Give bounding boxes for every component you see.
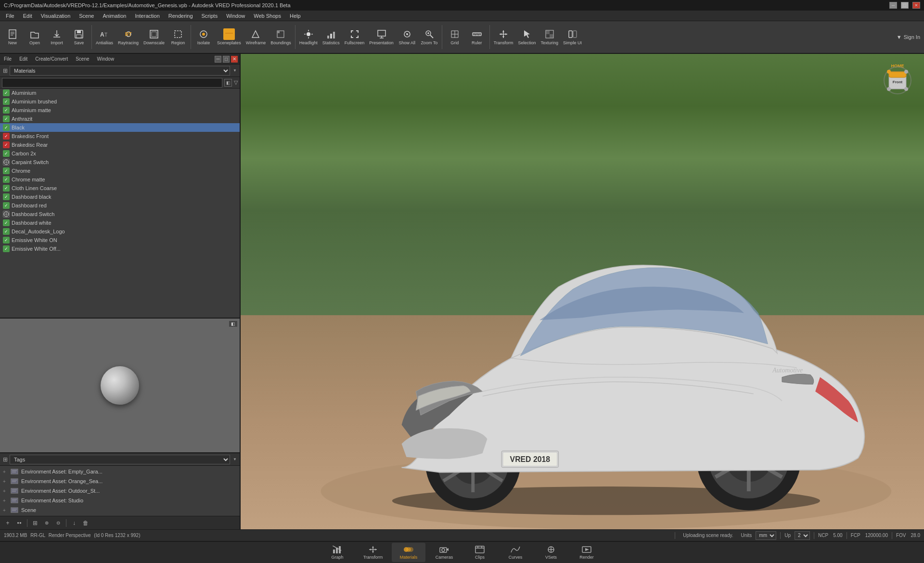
new-button[interactable]: New <box>2 27 23 47</box>
sceneplates-button[interactable]: Sceneplates <box>215 27 243 47</box>
ruler-button[interactable]: Ruler <box>466 27 488 47</box>
material-item[interactable]: ✓Cloth Linen Coarse <box>0 184 240 192</box>
menu-rendering[interactable]: Rendering <box>165 12 197 20</box>
tab-materials[interactable]: Materials <box>392 543 425 562</box>
material-item[interactable]: ✓Chrome <box>0 166 240 175</box>
filter-icon[interactable]: ▽ <box>234 79 238 86</box>
close-button[interactable]: ✕ <box>912 2 920 9</box>
search-input[interactable] <box>2 78 222 88</box>
panel-create-convert[interactable]: Create/Convert <box>33 56 70 62</box>
fullscreen-button[interactable]: Fullscreen <box>343 27 367 47</box>
tab-graph[interactable]: Graph <box>321 543 354 562</box>
tag-expand-icon[interactable]: + <box>3 508 8 513</box>
tag-expand-icon[interactable]: + <box>3 479 8 484</box>
preview-icon[interactable]: ◧ <box>224 79 232 87</box>
material-item[interactable]: ✓Dashboard black <box>0 192 240 201</box>
panel-minimize-btn[interactable]: ─ <box>215 56 221 63</box>
zoomto-button[interactable]: Zoom To <box>419 27 440 47</box>
tags-dropdown-arrow[interactable]: ▼ <box>233 457 237 461</box>
material-item[interactable]: ✓Decal_Autodesk_Logo <box>0 227 240 236</box>
material-item[interactable]: ✓Emissive White ON <box>0 236 240 244</box>
material-item[interactable]: Dashboard Switch <box>0 210 240 218</box>
material-item[interactable]: Carpaint Switch <box>0 158 240 166</box>
raytracing-button[interactable]: RT Raytracing <box>116 27 141 47</box>
tag-item[interactable]: +Environment Asset: Studio <box>0 496 240 505</box>
panel-edit-menu[interactable]: Edit <box>17 56 29 62</box>
tag-item[interactable]: +Environment Asset: Outdoor_St... <box>0 486 240 496</box>
select-button[interactable]: ⊖ <box>53 518 63 528</box>
tag-item[interactable]: +Scene <box>0 505 240 515</box>
preview-ctrl-btn[interactable]: ◧ <box>229 320 238 327</box>
material-item[interactable]: ✓Anthrazit <box>0 115 240 123</box>
material-item[interactable]: ✓Chrome matte <box>0 175 240 184</box>
tab-cameras[interactable]: Cameras <box>427 543 461 562</box>
boundings-button[interactable]: Boundings <box>269 27 293 47</box>
wireframe-button[interactable]: Wireframe <box>244 27 268 47</box>
tab-render[interactable]: Render <box>570 543 603 562</box>
menu-webshops[interactable]: Web Shops <box>250 12 285 20</box>
grid-button[interactable]: Grid <box>444 27 465 47</box>
panel-scene-menu[interactable]: Scene <box>74 56 91 62</box>
menu-window[interactable]: Window <box>222 12 249 20</box>
layout-toggle-button[interactable]: ⊞ <box>30 518 40 528</box>
statistics-button[interactable]: Statistics <box>321 27 342 47</box>
showall-button[interactable]: Show All <box>397 27 418 47</box>
export-button[interactable]: ↓ <box>69 518 79 528</box>
material-item[interactable]: ✓Aluminium <box>0 89 240 97</box>
up-select[interactable]: 2 <box>795 531 810 540</box>
material-item[interactable]: ✓Carbon 2x <box>0 149 240 158</box>
import-button[interactable]: Import <box>46 27 67 47</box>
panel-close-btn[interactable]: ✕ <box>231 56 238 63</box>
material-item[interactable]: ✓Dashboard red <box>0 201 240 210</box>
transform-button[interactable]: Transform <box>492 27 515 47</box>
antialias-button[interactable]: AT Antialiias <box>94 27 115 47</box>
isolate-button[interactable]: Isolate <box>193 27 214 47</box>
tag-expand-icon[interactable]: + <box>3 469 8 474</box>
materials-dropdown[interactable]: Materials <box>10 66 230 76</box>
menu-visualization[interactable]: Visualization <box>37 12 75 20</box>
tab-clips[interactable]: Clips <box>463 543 497 562</box>
sign-in-button[interactable]: ▼ Sign In <box>897 34 920 40</box>
material-dots-button[interactable]: ●● <box>14 518 24 528</box>
delete-button[interactable]: 🗑 <box>81 518 90 528</box>
tab-curves[interactable]: Curves <box>499 543 532 562</box>
material-item[interactable]: ✓Emissive White Off... <box>0 244 240 253</box>
maximize-button[interactable]: □ <box>901 2 909 9</box>
title-bar-controls[interactable]: ─ □ ✕ <box>889 2 920 9</box>
panel-window-menu[interactable]: Window <box>95 56 116 62</box>
viewport[interactable]: VRED 2018 Automotive HOME <box>241 54 924 529</box>
save-button[interactable]: Save <box>68 27 90 47</box>
tab-transform[interactable]: Transform <box>356 543 390 562</box>
menu-edit[interactable]: Edit <box>19 12 36 20</box>
material-item[interactable]: ✓Brakedisc Rear <box>0 141 240 149</box>
menu-file[interactable]: File <box>2 12 18 20</box>
menu-scene[interactable]: Scene <box>75 12 98 20</box>
material-item[interactable]: ✓Aluminium matte <box>0 106 240 115</box>
assign-button[interactable]: ⊕ <box>42 518 51 528</box>
texturing-button[interactable]: Texturing <box>539 27 561 47</box>
material-item[interactable]: ✓Black <box>0 123 240 132</box>
headlight-button[interactable]: Headlight <box>297 27 320 47</box>
selection-button[interactable]: Selection <box>516 27 538 47</box>
add-material-button[interactable]: + <box>3 518 13 528</box>
minimize-button[interactable]: ─ <box>889 2 897 9</box>
tag-expand-icon[interactable]: + <box>3 498 8 503</box>
menu-interaction[interactable]: Interaction <box>131 12 163 20</box>
material-item[interactable]: ✓Dashboard white <box>0 218 240 227</box>
units-select[interactable]: mm <box>756 531 776 540</box>
region-button[interactable]: Region <box>167 27 189 47</box>
tags-dropdown[interactable]: Tags <box>10 455 230 464</box>
panel-file-menu[interactable]: File <box>2 56 13 62</box>
panel-maximize-btn[interactable]: □ <box>223 56 230 63</box>
material-item[interactable]: ✓Brakedisc Front <box>0 132 240 141</box>
simpleui-button[interactable]: Simple UI <box>561 27 584 47</box>
downscale-button[interactable]: Downscale <box>141 27 167 47</box>
material-item[interactable]: ✓Aluminium brushed <box>0 97 240 106</box>
presentation-button[interactable]: Presentation <box>367 27 396 47</box>
tag-item[interactable]: +Environment Asset: Orange_Sea... <box>0 476 240 486</box>
tag-expand-icon[interactable]: + <box>3 488 8 494</box>
nav-cube[interactable]: HOME Front <box>881 64 914 97</box>
tag-item[interactable]: +Environment Asset: Empty_Gara... <box>0 467 240 476</box>
materials-list[interactable]: ✓Aluminium✓Aluminium brushed✓Aluminium m… <box>0 89 240 318</box>
menu-scripts[interactable]: Scripts <box>198 12 222 20</box>
